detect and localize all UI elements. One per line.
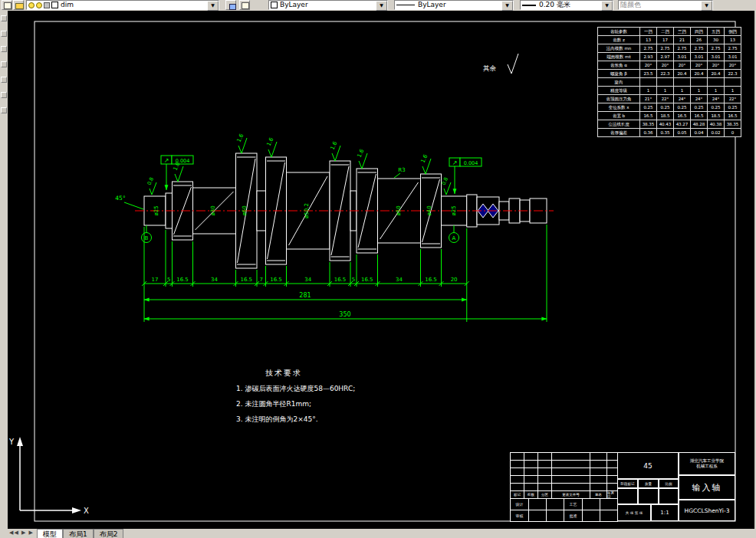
param-cell: 3.01: [691, 53, 708, 61]
organization-cell: 湖北汽车工业学院 机械工程系: [679, 452, 735, 475]
param-table-column-header: 五挡: [708, 28, 725, 36]
signature-cell: 设计: [510, 498, 529, 510]
revision-grid: 标记处数分区更改文件号签名年月日: [510, 452, 617, 498]
current-lineweight: 0.20 毫米: [539, 1, 570, 9]
layer-previous-button[interactable]: [239, 0, 250, 10]
signature-cell: [546, 498, 564, 510]
organization-line-2: 机械工程系: [696, 464, 718, 469]
tab-layout1[interactable]: 布局1: [63, 529, 94, 538]
param-cell: 20°: [691, 61, 708, 70]
chamfer-annotation: 45°: [115, 195, 143, 209]
param-cell: 20°: [725, 61, 741, 70]
param-cell: 20°: [657, 61, 674, 70]
param-cell: 0.02: [708, 129, 725, 137]
signature-cell: [528, 510, 547, 522]
tool-button-6[interactable]: [1, 92, 7, 98]
param-cell: 22°: [657, 95, 674, 103]
layers-dialog-button[interactable]: [2, 0, 12, 10]
tool-button-7[interactable]: [1, 107, 7, 113]
param-table-row: 精度等级111111: [598, 87, 741, 95]
param-cell: 1: [674, 87, 691, 95]
param-row-label: 精度等级: [598, 87, 640, 95]
make-layer-current-button[interactable]: [225, 0, 236, 10]
diameter-label: ø50: [396, 205, 402, 215]
tab-layout2[interactable]: 布局2: [94, 529, 124, 538]
roughness-value: 0.8: [441, 176, 450, 186]
param-cell: 0: [725, 129, 741, 137]
linetype-combobox[interactable]: ByLayer ▼: [394, 0, 514, 10]
layer-previous-icon: [242, 2, 249, 9]
tool-button-2[interactable]: [1, 31, 7, 37]
tolerance-frame-2: ↗ 0.004: [449, 158, 482, 194]
drawing-number-cell: HGCCLShenYi-3: [679, 500, 735, 521]
param-cell: 1: [708, 87, 725, 95]
stage-mark-box-1: [617, 488, 638, 504]
param-cell: [640, 78, 657, 87]
param-cell: [691, 78, 708, 87]
fillet-annotation: R3: [394, 167, 406, 178]
tab-model[interactable]: 模型: [37, 529, 63, 538]
tolerance-value-2: 0.004: [464, 160, 478, 166]
signature-cell: [546, 510, 564, 522]
roughness-value: 1.6: [420, 153, 429, 164]
diameter-label: ø25: [153, 205, 159, 215]
param-row-label: 齿形角 α: [598, 61, 640, 70]
param-cell: 1: [640, 87, 657, 95]
plotstyle-dropdown-arrow: ▼: [701, 1, 712, 11]
signature-cell: [582, 498, 600, 510]
layer-color-swatch: [51, 2, 58, 8]
param-cell: 16.5: [691, 112, 708, 120]
chain-dim-text: 16.5: [270, 277, 282, 283]
chain-dim-text: 17: [152, 277, 159, 283]
tab-nav-arrows[interactable]: ◀◀ ▶ ▶: [9, 530, 34, 536]
param-cell: 40.38: [708, 120, 725, 129]
diameter-label: ø40: [426, 205, 432, 215]
linetype-dropdown-arrow[interactable]: ▼: [501, 1, 513, 11]
roughness-check-glyph: [508, 54, 518, 74]
chamfer-label: 45°: [115, 195, 126, 202]
tolerance-symbol-1: ↗: [164, 157, 169, 164]
param-row-label: 公法线长度: [598, 120, 640, 129]
fillet-label: R3: [398, 167, 405, 173]
param-cell: 0.36: [640, 129, 657, 137]
diameter-label: ø50.2: [304, 203, 310, 218]
overall-dim-281: 281: [299, 292, 311, 299]
chain-dim-text: 16.5: [240, 277, 252, 283]
param-cell: 20.4: [674, 70, 691, 78]
signature-cell: [600, 510, 618, 522]
lineweight-dropdown-arrow[interactable]: ▼: [601, 1, 613, 11]
param-table-row: 齿宽 b16.518.516.516.518.516.5: [598, 112, 741, 120]
lineweight-combobox[interactable]: 0.20 毫米 ▼: [520, 0, 613, 10]
tool-button-4[interactable]: [1, 61, 7, 67]
param-cell: 0.25: [657, 103, 674, 112]
layer-dropdown-arrow[interactable]: ▼: [207, 1, 219, 11]
ucs-icon: Y X: [8, 437, 89, 515]
signature-cell: 审核: [510, 510, 529, 522]
general-note-text: 其余: [483, 64, 497, 72]
layer-states-button[interactable]: [13, 0, 24, 10]
tool-button-5[interactable]: [1, 77, 7, 83]
param-cell: 23.5: [640, 70, 657, 78]
lineweight-glyph: [522, 5, 536, 6]
color-dropdown-arrow[interactable]: ▼: [376, 1, 387, 11]
color-combobox[interactable]: ByLayer ▼: [268, 0, 388, 10]
tool-button-1[interactable]: [1, 15, 7, 21]
param-cell: 1: [657, 87, 674, 95]
param-cell: 20.4: [708, 70, 725, 78]
diameter-label: ø60: [242, 205, 248, 215]
param-cell: 2.97: [657, 53, 674, 61]
param-cell: 21: [674, 36, 691, 44]
layer-on-icon: [28, 2, 35, 8]
technical-requirements: 技术要求 1. 渗碳后表面淬火达硬度58—60HRC; 2. 未注圆角半径R1m…: [236, 368, 355, 425]
param-cell: 18.5: [657, 112, 674, 120]
layer-combobox[interactable]: dim ▼: [26, 0, 219, 10]
param-cell: 1: [725, 87, 741, 95]
param-cell: 2.75: [640, 44, 657, 53]
datum-right-letter: A: [452, 235, 456, 241]
tool-button-3[interactable]: [1, 46, 7, 52]
param-cell: 0.25: [674, 103, 691, 112]
general-roughness-note: 其余: [483, 54, 518, 74]
model-space-canvas[interactable]: 17516.53416.5716.53416.5516.53416.520 28…: [8, 11, 754, 529]
scale-value-cell: 1:1: [651, 504, 679, 521]
layer-thaw-icon: [36, 2, 42, 8]
